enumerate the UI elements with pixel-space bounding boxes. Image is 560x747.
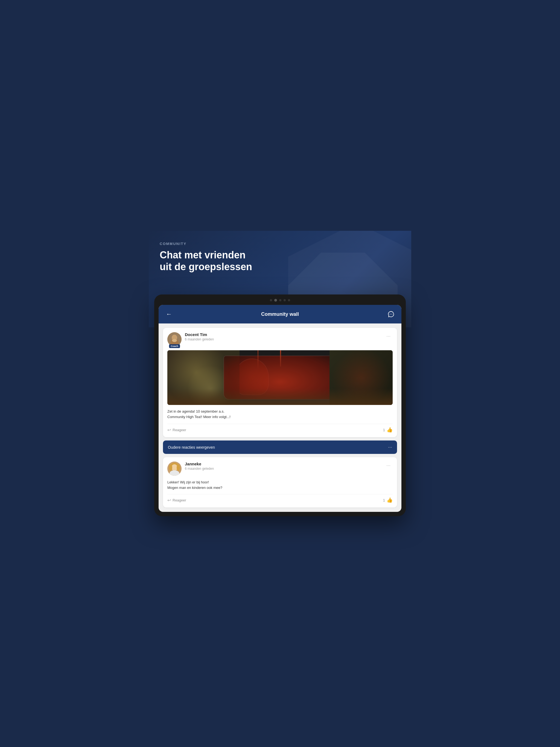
hero-title-line1: Chat met vrienden <box>160 249 246 261</box>
hero-title: Chat met vrienden uit de groepslessen <box>160 249 400 273</box>
comment-reply-button[interactable]: ↩ Reageer <box>167 498 186 503</box>
post-time: 6 maanden geleden <box>185 337 214 341</box>
chat-bubble-icon <box>387 311 394 318</box>
camera-dot-4 <box>284 299 286 301</box>
post-reply-label: Reageer <box>173 428 186 432</box>
svg-point-10 <box>169 464 172 471</box>
post-text-line1: Zet in de agenda! 10 september a.s. <box>167 409 225 413</box>
camera-bar <box>159 299 401 302</box>
post-reply-button[interactable]: ↩ Reageer <box>167 428 186 433</box>
post-header: Coach Docent Tim 6 maanden geleden ··· <box>167 332 393 346</box>
comment-author-name: Janneke <box>185 462 214 466</box>
camera-dot-5 <box>288 299 290 301</box>
comment-avatar-wrap <box>167 462 182 476</box>
post-image <box>167 350 393 405</box>
post-options-button[interactable]: ··· <box>384 332 393 340</box>
svg-point-1 <box>391 314 391 314</box>
older-reactions-options[interactable]: ··· <box>388 444 392 450</box>
comment-like-icon: 👍 <box>387 497 393 503</box>
comment-avatar-image <box>167 462 182 476</box>
back-button[interactable]: ← <box>164 309 174 319</box>
post-author-name: Docent Tim <box>185 332 214 337</box>
svg-point-11 <box>177 464 180 471</box>
app-header: ← Community wall <box>159 305 401 324</box>
comment-time: 6 maanden geleden <box>185 467 214 470</box>
comment-footer: ↩ Reageer 1 👍 <box>167 494 393 503</box>
camera-dot-2 <box>274 299 277 302</box>
comment-header: Janneke 6 maanden geleden ··· <box>167 462 393 476</box>
post-card: Coach Docent Tim 6 maanden geleden ··· <box>163 328 397 437</box>
older-reactions-bar[interactable]: Oudere reacties weergeven ··· <box>163 440 397 454</box>
post-text-line2: Community High Tea!! Meer info volgt...! <box>167 415 230 419</box>
author-avatar-wrap: Coach <box>167 332 182 346</box>
device-frame: ← Community wall <box>154 294 406 516</box>
comment-avatar <box>167 462 182 476</box>
comment-card: Janneke 6 maanden geleden ··· Lekker! Wi… <box>163 457 397 508</box>
post-like-count: 1 <box>383 428 385 432</box>
older-reactions-label: Oudere reacties weergeven <box>168 445 215 449</box>
tea-photo <box>167 350 393 405</box>
app-screen: ← Community wall <box>159 305 401 512</box>
comment-reply-icon: ↩ <box>167 498 171 503</box>
tea-bottom-herbs <box>167 389 393 405</box>
svg-point-2 <box>392 314 392 314</box>
post-like-area[interactable]: 1 👍 <box>383 427 393 433</box>
section-label: COMMUNITY <box>160 242 400 246</box>
comment-like-count: 1 <box>383 498 385 502</box>
like-icon: 👍 <box>387 427 393 433</box>
comment-like-area[interactable]: 1 👍 <box>383 497 393 503</box>
chat-icon-button[interactable] <box>386 309 396 319</box>
comment-author-info: Janneke 6 maanden geleden <box>185 462 214 470</box>
post-author-info: Docent Tim 6 maanden geleden <box>185 332 214 341</box>
comment-options-button[interactable]: ··· <box>384 462 393 469</box>
comment-line1: Lekker! Wij zijn er bij hoor! <box>167 480 209 484</box>
svg-point-9 <box>172 464 177 471</box>
tea-pour-stream <box>280 350 281 367</box>
comment-body: Lekker! Wij zijn er bij hoor! Mogen man … <box>167 480 393 490</box>
comment-reply-label: Reageer <box>173 498 186 502</box>
post-footer: ↩ Reageer 1 👍 <box>167 424 393 433</box>
svg-point-6 <box>172 339 177 342</box>
post-text: Zet in de agenda! 10 september a.s. Comm… <box>167 409 393 419</box>
camera-dot-1 <box>270 299 272 301</box>
hero-title-line2: uit de groepslessen <box>160 261 252 272</box>
header-title: Community wall <box>261 311 299 317</box>
reply-icon: ↩ <box>167 428 171 433</box>
svg-point-0 <box>390 314 390 314</box>
coach-badge: Coach <box>169 344 180 348</box>
comment-line2: Mogen man en kinderen ook mee? <box>167 486 222 490</box>
page-wrapper: COMMUNITY Chat met vrienden uit de groep… <box>149 231 411 516</box>
app-content: Coach Docent Tim 6 maanden geleden ··· <box>159 324 401 512</box>
camera-dot-3 <box>279 299 281 301</box>
